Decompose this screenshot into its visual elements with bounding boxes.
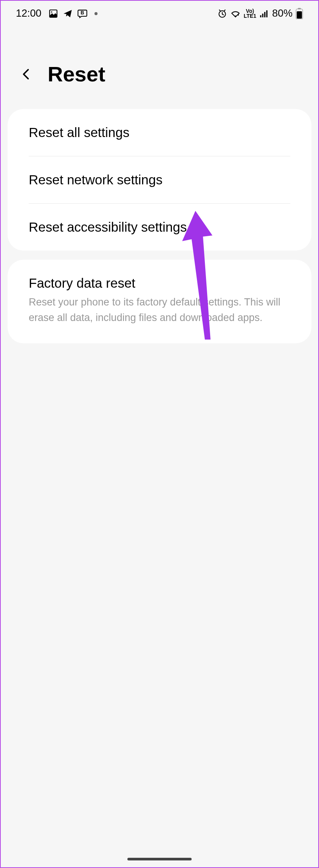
svg-rect-10 [298, 8, 301, 9]
svg-rect-6 [262, 14, 263, 17]
status-bar: 12:00 B Vo)LTE1 80% [1, 1, 318, 24]
factory-reset-card: Factory data reset Reset your phone to i… [8, 260, 311, 343]
battery-percent: 80% [272, 8, 293, 19]
telegram-icon [63, 9, 73, 19]
gallery-icon [48, 9, 58, 19]
svg-rect-7 [264, 12, 265, 17]
factory-data-reset-item[interactable]: Factory data reset Reset your phone to i… [8, 260, 311, 343]
page-title: Reset [48, 62, 105, 86]
lte-icon: Vo)LTE1 [244, 9, 256, 18]
factory-reset-title: Factory data reset [29, 276, 290, 291]
svg-rect-5 [260, 15, 261, 17]
svg-point-4 [235, 15, 236, 16]
svg-text:B: B [81, 10, 84, 16]
nav-handle[interactable] [127, 858, 192, 860]
status-right: Vo)LTE1 80% [217, 8, 303, 19]
page-header: Reset [1, 24, 318, 109]
factory-reset-description: Reset your phone to its factory default … [29, 295, 290, 325]
status-time: 12:00 [16, 8, 42, 19]
reset-accessibility-settings-item[interactable]: Reset accessibility settings [8, 204, 311, 251]
svg-rect-11 [297, 11, 302, 18]
reset-network-settings-item[interactable]: Reset network settings [8, 156, 311, 203]
status-left: 12:00 B [16, 8, 98, 19]
reset-options-card: Reset all settings Reset network setting… [8, 109, 311, 251]
svg-point-1 [51, 11, 52, 12]
battery-icon [296, 8, 303, 19]
status-dot-icon [94, 12, 98, 15]
alarm-icon [217, 9, 227, 19]
wifi-icon [230, 9, 241, 19]
signal-icon [259, 9, 269, 19]
back-button[interactable] [20, 67, 33, 81]
reset-all-settings-item[interactable]: Reset all settings [8, 109, 311, 156]
svg-rect-8 [266, 10, 267, 17]
message-icon: B [77, 8, 88, 19]
